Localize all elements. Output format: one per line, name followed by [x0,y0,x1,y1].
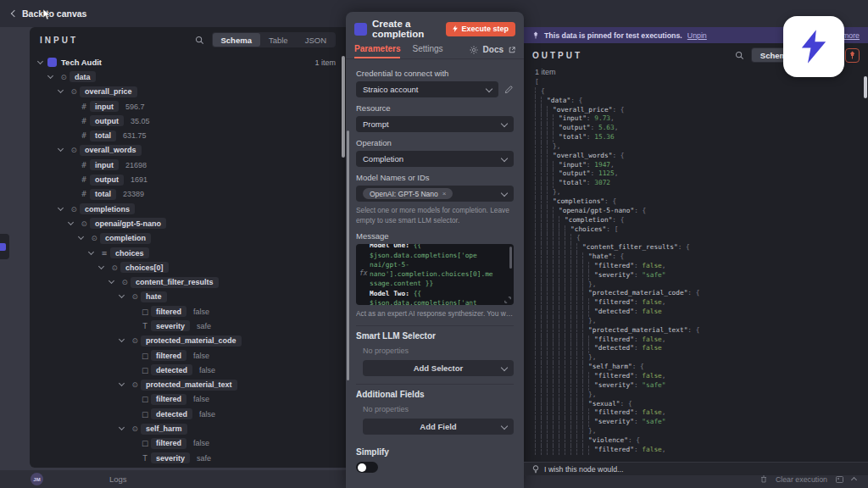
schema-tree-row[interactable]: Tseveritysafe [30,451,346,465]
schema-key[interactable]: hate [141,291,167,302]
schema-tree-row[interactable]: #output35.05 [30,114,346,128]
schema-key[interactable]: content_filter_results [131,277,219,288]
node-feedback-bar[interactable]: I wish this node would... [524,462,868,475]
schema-key[interactable]: data [70,71,96,82]
collapsed-node-tab[interactable] [0,234,9,259]
chevron-down-icon[interactable] [58,87,64,93]
chevron-down-icon[interactable] [119,292,125,298]
schema-tree-row[interactable]: #input596.7 [30,99,346,114]
schema-key[interactable]: overall_price [80,86,137,97]
schema-tree-row[interactable]: Tech Audit1 item [30,55,346,69]
models-select[interactable]: OpenAI: GPT-5 Nano × [356,186,514,202]
chevron-down-icon[interactable] [88,248,94,254]
chevron-down-icon[interactable] [47,73,53,79]
gear-icon[interactable] [470,46,478,54]
schema-key[interactable]: total [90,130,116,141]
schema-key[interactable]: completions [80,203,135,214]
schema-key[interactable]: severity [151,452,190,463]
schema-key[interactable]: protected_material_text [141,380,237,391]
schema-tree-row[interactable]: #total23389 [30,187,346,202]
schema-tree-row[interactable]: □filteredfalse [30,304,346,319]
schema-key[interactable]: openai/gpt-5-nano [90,218,166,229]
schema-key[interactable]: filtered [151,350,186,361]
avatar[interactable]: JM [31,473,43,485]
schema-tree-row[interactable]: ⊙hate [30,290,346,304]
chevron-down-icon[interactable] [68,219,74,225]
schema-tree-row[interactable]: ⊙overall_price [30,85,346,99]
schema-key[interactable]: overall_words [80,145,142,156]
input-tab-table[interactable]: Table [260,33,297,47]
edit-pencil-icon[interactable] [504,85,514,94]
chevron-up-icon[interactable] [851,477,857,483]
chevron-down-icon[interactable] [119,424,125,430]
chevron-down-icon[interactable] [98,263,104,269]
tab-parameters[interactable]: Parameters [354,44,400,58]
schema-key[interactable]: input [90,101,119,112]
credential-select[interactable]: Straico account [356,81,498,97]
schema-tree-row[interactable]: □filteredfalse [30,436,346,451]
output-scrollbar[interactable] [864,76,867,98]
remove-model-icon[interactable]: × [442,190,447,197]
chevron-down-icon[interactable] [58,146,64,152]
input-tab-json[interactable]: JSON [297,33,335,47]
chevron-down-icon[interactable] [108,278,114,284]
schema-key[interactable]: filtered [151,306,186,317]
add-field-button[interactable]: Add Field [363,419,514,435]
schema-tree-row[interactable]: ⊙content_filter_results [30,274,346,289]
add-selector-button[interactable]: Add Selector [363,360,514,376]
chevron-down-icon[interactable] [58,205,64,211]
schema-key[interactable]: filtered [151,394,186,405]
schema-key[interactable]: output [90,175,124,186]
search-icon[interactable] [735,51,744,60]
schema-key[interactable]: protected_material_code [141,336,242,347]
expand-icon[interactable] [504,297,511,303]
unpin-link[interactable]: Unpin [687,31,707,40]
tab-settings[interactable]: Settings [412,44,442,58]
chevron-down-icon[interactable] [119,380,125,386]
chevron-down-icon[interactable] [119,336,125,342]
message-expression-editor[interactable]: fx Model One: {{ $json.data.completions[… [356,244,514,305]
operation-select[interactable]: Completion [356,151,514,167]
simplify-toggle[interactable] [356,462,378,473]
docs-link[interactable]: Docs [483,45,504,54]
input-tab-schema[interactable]: Schema [213,33,260,47]
schema-key[interactable]: filtered [151,438,186,449]
schema-tree-row[interactable]: #input21698 [30,158,346,172]
chevron-down-icon[interactable] [78,234,84,240]
clear-execution-button[interactable]: Clear execution [776,475,827,484]
schema-tree-row[interactable]: □filteredfalse [30,348,346,363]
search-icon[interactable] [195,36,204,45]
schema-tree-row[interactable]: ≡choices [30,246,346,260]
schema-key[interactable]: choices [110,247,149,258]
schema-tree-row[interactable]: ⊙self_harm [30,421,346,435]
ndv-scrollbar[interactable] [347,130,349,380]
input-scrollbar[interactable] [342,56,345,158]
schema-tree-row[interactable]: □detectedfalse [30,407,346,421]
schema-key[interactable]: input [90,159,119,170]
schema-tree-row[interactable]: Tseveritysafe [30,319,346,333]
pin-data-button[interactable] [845,48,860,63]
schema-tree-row[interactable]: #total631.75 [30,128,346,142]
schema-key[interactable]: total [90,189,116,200]
schema-key[interactable]: self_harm [141,424,187,435]
resource-select[interactable]: Prompt [356,116,514,132]
model-pill[interactable]: OpenAI: GPT-5 Nano × [363,188,453,199]
schema-tree-row[interactable]: ⊙data [30,69,346,84]
schema-key[interactable]: Tech Audit [61,58,102,67]
schema-tree-row[interactable]: □detectedfalse [30,363,346,377]
schema-tree-row[interactable]: □filteredfalse [30,392,346,407]
schema-tree-row[interactable]: ⊙completion [30,231,346,246]
schema-key[interactable]: choices[0] [120,262,169,273]
schema-tree-row[interactable]: ⊙completions [30,202,346,216]
frame-icon[interactable] [836,476,843,483]
schema-tree-row[interactable]: ⊙openai/gpt-5-nano [30,216,346,230]
chevron-down-icon[interactable] [37,58,43,64]
execute-step-button[interactable]: Execute step [446,22,515,36]
schema-tree-row[interactable]: ⊙protected_material_code [30,334,346,348]
logs-button[interactable]: Logs [109,474,127,484]
schema-tree-row[interactable]: ⊙overall_words [30,143,346,158]
schema-key[interactable]: output [90,115,124,126]
schema-tree-row[interactable]: ⊙choices[0] [30,260,346,274]
schema-key[interactable]: detected [151,408,192,419]
code-scrollbar[interactable] [509,247,512,269]
